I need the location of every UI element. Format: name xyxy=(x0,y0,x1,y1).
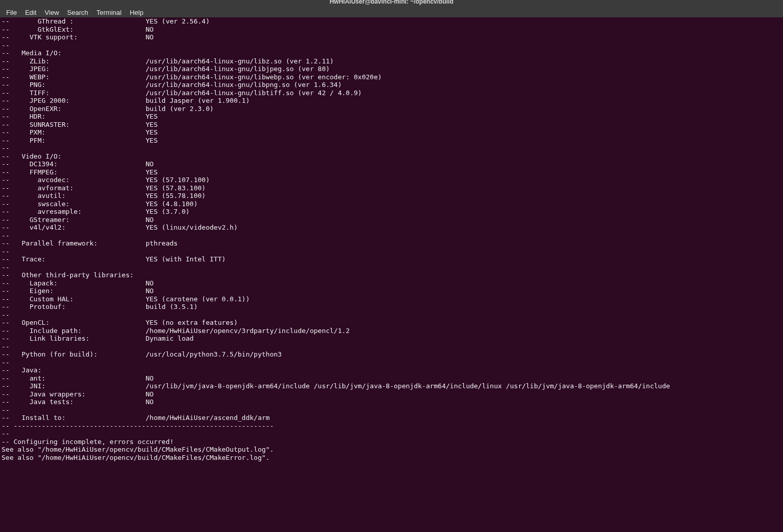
menu-view[interactable]: View xyxy=(40,8,63,17)
menubar: File Edit View Search Terminal Help xyxy=(0,7,783,17)
window-title: HwHiAiUser@davinci-mini: ~/opencv/build xyxy=(329,0,453,5)
menu-help[interactable]: Help xyxy=(126,8,148,17)
menu-file[interactable]: File xyxy=(2,8,21,17)
menu-search[interactable]: Search xyxy=(63,8,92,17)
terminal-viewport[interactable]: -- GThread : YES (ver 2.56.4) -- GtkGlEx… xyxy=(0,17,783,532)
menu-edit[interactable]: Edit xyxy=(21,8,40,17)
terminal-output: -- GThread : YES (ver 2.56.4) -- GtkGlEx… xyxy=(2,17,781,461)
terminal-window: HwHiAiUser@davinci-mini: ~/opencv/build … xyxy=(0,0,783,532)
menu-terminal[interactable]: Terminal xyxy=(93,8,126,17)
window-titlebar: HwHiAiUser@davinci-mini: ~/opencv/build xyxy=(0,0,783,7)
